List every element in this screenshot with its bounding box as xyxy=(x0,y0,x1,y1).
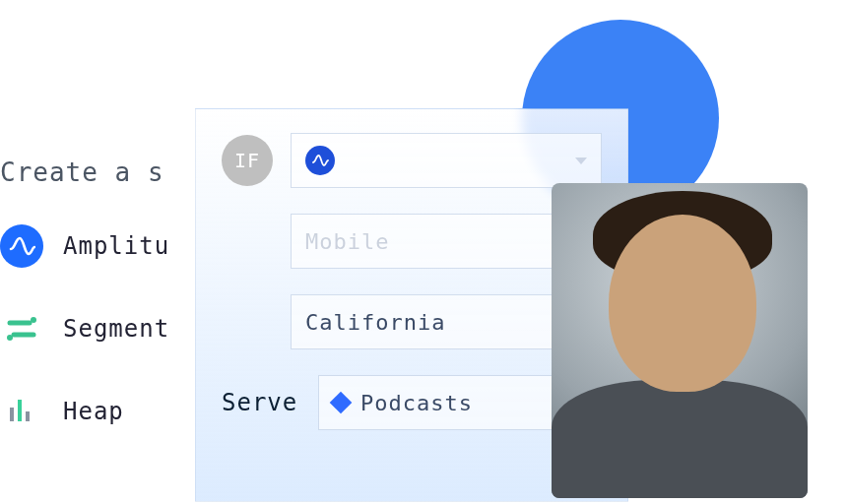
if-chip: IF xyxy=(222,135,273,186)
amplitude-badge-icon xyxy=(305,146,335,175)
persona-photo xyxy=(552,183,808,498)
svg-rect-2 xyxy=(10,408,14,421)
segment-icon xyxy=(0,307,43,350)
source-select[interactable] xyxy=(291,133,602,188)
chevron-down-icon xyxy=(575,158,587,164)
provider-label: Heap xyxy=(63,398,124,425)
select-value: Mobile xyxy=(305,229,563,254)
region-row: California xyxy=(222,294,602,349)
device-row: Mobile xyxy=(222,214,602,269)
amplitude-icon xyxy=(0,224,43,268)
select-value: Podcasts xyxy=(360,391,563,415)
select-value: California xyxy=(305,310,563,335)
svg-rect-3 xyxy=(18,400,22,421)
provider-label: Amplitu xyxy=(63,232,169,260)
svg-point-0 xyxy=(31,317,36,323)
serve-label: Serve xyxy=(222,389,300,416)
svg-rect-4 xyxy=(26,411,30,421)
serve-row: Serve Podcasts xyxy=(222,375,602,430)
if-row: IF xyxy=(222,133,602,188)
svg-point-1 xyxy=(7,335,13,341)
heap-icon xyxy=(0,390,43,433)
diamond-icon xyxy=(330,392,353,414)
provider-label: Segment xyxy=(63,315,169,343)
